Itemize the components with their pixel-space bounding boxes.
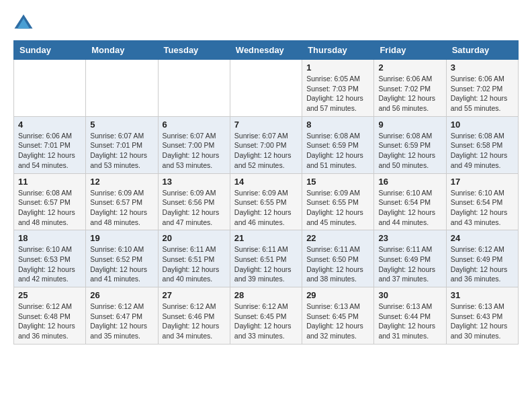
cell-info: Sunrise: 6:06 AM Sunset: 7:01 PM Dayligh… [18, 131, 81, 171]
calendar-week-row: 1Sunrise: 6:05 AM Sunset: 7:03 PM Daylig… [14, 60, 519, 117]
cell-info: Sunrise: 6:13 AM Sunset: 6:45 PM Dayligh… [306, 302, 369, 341]
calendar-cell: 28Sunrise: 6:12 AM Sunset: 6:45 PM Dayli… [230, 287, 302, 345]
cell-info: Sunrise: 6:12 AM Sunset: 6:47 PM Dayligh… [90, 302, 153, 341]
cell-info: Sunrise: 6:11 AM Sunset: 6:49 PM Dayligh… [378, 244, 441, 284]
day-number: 22 [306, 233, 369, 243]
day-number: 1 [306, 62, 369, 73]
cell-info: Sunrise: 6:10 AM Sunset: 6:54 PM Dayligh… [451, 188, 514, 228]
calendar-cell: 31Sunrise: 6:13 AM Sunset: 6:43 PM Dayli… [446, 287, 518, 345]
weekday-header-wednesday: Wednesday [230, 41, 302, 60]
cell-info: Sunrise: 6:07 AM Sunset: 7:00 PM Dayligh… [163, 131, 226, 171]
day-number: 11 [18, 177, 81, 187]
calendar-cell: 20Sunrise: 6:11 AM Sunset: 6:51 PM Dayli… [158, 230, 230, 287]
cell-info: Sunrise: 6:12 AM Sunset: 6:46 PM Dayligh… [163, 302, 226, 341]
calendar-cell: 27Sunrise: 6:12 AM Sunset: 6:46 PM Dayli… [158, 287, 230, 345]
calendar-cell: 26Sunrise: 6:12 AM Sunset: 6:47 PM Dayli… [86, 287, 158, 345]
calendar-cell: 29Sunrise: 6:13 AM Sunset: 6:45 PM Dayli… [302, 287, 374, 345]
cell-info: Sunrise: 6:09 AM Sunset: 6:55 PM Dayligh… [234, 188, 298, 228]
calendar-cell: 8Sunrise: 6:08 AM Sunset: 6:59 PM Daylig… [302, 116, 374, 173]
day-number: 20 [163, 233, 226, 243]
day-number: 13 [163, 177, 226, 187]
day-number: 10 [451, 120, 514, 130]
day-number: 5 [90, 120, 153, 130]
calendar-cell: 19Sunrise: 6:10 AM Sunset: 6:52 PM Dayli… [86, 230, 158, 287]
calendar-week-row: 4Sunrise: 6:06 AM Sunset: 7:01 PM Daylig… [14, 116, 519, 173]
weekday-header-friday: Friday [374, 41, 446, 60]
cell-info: Sunrise: 6:06 AM Sunset: 7:02 PM Dayligh… [378, 74, 441, 113]
day-number: 19 [90, 233, 153, 243]
cell-info: Sunrise: 6:08 AM Sunset: 6:59 PM Dayligh… [378, 131, 441, 171]
calendar-cell: 2Sunrise: 6:06 AM Sunset: 7:02 PM Daylig… [374, 60, 446, 117]
cell-info: Sunrise: 6:10 AM Sunset: 6:53 PM Dayligh… [18, 244, 81, 284]
day-number: 21 [234, 233, 298, 243]
cell-info: Sunrise: 6:09 AM Sunset: 6:56 PM Dayligh… [163, 188, 226, 228]
cell-info: Sunrise: 6:10 AM Sunset: 6:52 PM Dayligh… [90, 244, 153, 284]
cell-info: Sunrise: 6:08 AM Sunset: 6:57 PM Dayligh… [18, 188, 81, 228]
calendar-cell: 13Sunrise: 6:09 AM Sunset: 6:56 PM Dayli… [158, 173, 230, 230]
cell-info: Sunrise: 6:09 AM Sunset: 6:55 PM Dayligh… [306, 188, 369, 228]
day-number: 30 [378, 290, 441, 300]
day-number: 12 [90, 177, 153, 187]
weekday-header-saturday: Saturday [446, 41, 518, 60]
calendar-cell: 18Sunrise: 6:10 AM Sunset: 6:53 PM Dayli… [14, 230, 86, 287]
cell-info: Sunrise: 6:11 AM Sunset: 6:51 PM Dayligh… [163, 244, 226, 284]
calendar-cell: 30Sunrise: 6:13 AM Sunset: 6:44 PM Dayli… [374, 287, 446, 345]
calendar-cell: 17Sunrise: 6:10 AM Sunset: 6:54 PM Dayli… [446, 173, 518, 230]
calendar-week-row: 25Sunrise: 6:12 AM Sunset: 6:48 PM Dayli… [14, 287, 519, 345]
calendar-cell: 15Sunrise: 6:09 AM Sunset: 6:55 PM Dayli… [302, 173, 374, 230]
calendar-cell: 16Sunrise: 6:10 AM Sunset: 6:54 PM Dayli… [374, 173, 446, 230]
day-number: 3 [451, 62, 514, 73]
day-number: 27 [163, 290, 226, 300]
weekday-header-tuesday: Tuesday [158, 41, 230, 60]
day-number: 28 [234, 290, 298, 300]
day-number: 2 [378, 62, 441, 73]
cell-info: Sunrise: 6:07 AM Sunset: 7:01 PM Dayligh… [90, 131, 153, 171]
calendar-cell [230, 60, 302, 117]
cell-info: Sunrise: 6:12 AM Sunset: 6:48 PM Dayligh… [18, 302, 81, 341]
calendar-week-row: 11Sunrise: 6:08 AM Sunset: 6:57 PM Dayli… [14, 173, 519, 230]
cell-info: Sunrise: 6:13 AM Sunset: 6:43 PM Dayligh… [451, 302, 514, 341]
calendar: SundayMondayTuesdayWednesdayThursdayFrid… [13, 40, 519, 345]
cell-info: Sunrise: 6:08 AM Sunset: 6:58 PM Dayligh… [451, 131, 514, 171]
cell-info: Sunrise: 6:11 AM Sunset: 6:51 PM Dayligh… [234, 244, 298, 284]
calendar-header-row: SundayMondayTuesdayWednesdayThursdayFrid… [14, 41, 519, 60]
calendar-cell: 3Sunrise: 6:06 AM Sunset: 7:02 PM Daylig… [446, 60, 518, 117]
logo [13, 13, 36, 34]
calendar-cell: 14Sunrise: 6:09 AM Sunset: 6:55 PM Dayli… [230, 173, 302, 230]
calendar-cell: 21Sunrise: 6:11 AM Sunset: 6:51 PM Dayli… [230, 230, 302, 287]
day-number: 9 [378, 120, 441, 130]
calendar-cell [14, 60, 86, 117]
calendar-cell [86, 60, 158, 117]
calendar-cell: 5Sunrise: 6:07 AM Sunset: 7:01 PM Daylig… [86, 116, 158, 173]
calendar-cell: 24Sunrise: 6:12 AM Sunset: 6:49 PM Dayli… [446, 230, 518, 287]
page-container: SundayMondayTuesdayWednesdayThursdayFrid… [13, 13, 519, 345]
cell-info: Sunrise: 6:10 AM Sunset: 6:54 PM Dayligh… [378, 188, 441, 228]
cell-info: Sunrise: 6:12 AM Sunset: 6:49 PM Dayligh… [451, 244, 514, 284]
header [13, 13, 519, 34]
cell-info: Sunrise: 6:05 AM Sunset: 7:03 PM Dayligh… [306, 74, 369, 113]
day-number: 31 [451, 290, 514, 300]
day-number: 23 [378, 233, 441, 243]
calendar-cell: 23Sunrise: 6:11 AM Sunset: 6:49 PM Dayli… [374, 230, 446, 287]
cell-info: Sunrise: 6:11 AM Sunset: 6:50 PM Dayligh… [306, 244, 369, 284]
calendar-cell: 22Sunrise: 6:11 AM Sunset: 6:50 PM Dayli… [302, 230, 374, 287]
cell-info: Sunrise: 6:12 AM Sunset: 6:45 PM Dayligh… [234, 302, 298, 341]
day-number: 17 [451, 177, 514, 187]
day-number: 7 [234, 120, 298, 130]
day-number: 24 [451, 233, 514, 243]
calendar-cell: 10Sunrise: 6:08 AM Sunset: 6:58 PM Dayli… [446, 116, 518, 173]
logo-icon [13, 13, 34, 34]
calendar-cell [158, 60, 230, 117]
day-number: 14 [234, 177, 298, 187]
calendar-cell: 4Sunrise: 6:06 AM Sunset: 7:01 PM Daylig… [14, 116, 86, 173]
day-number: 29 [306, 290, 369, 300]
calendar-cell: 7Sunrise: 6:07 AM Sunset: 7:00 PM Daylig… [230, 116, 302, 173]
day-number: 18 [18, 233, 81, 243]
cell-info: Sunrise: 6:09 AM Sunset: 6:57 PM Dayligh… [90, 188, 153, 228]
day-number: 8 [306, 120, 369, 130]
weekday-header-sunday: Sunday [14, 41, 86, 60]
cell-info: Sunrise: 6:06 AM Sunset: 7:02 PM Dayligh… [451, 74, 514, 113]
calendar-cell: 25Sunrise: 6:12 AM Sunset: 6:48 PM Dayli… [14, 287, 86, 345]
day-number: 4 [18, 120, 81, 130]
calendar-cell: 9Sunrise: 6:08 AM Sunset: 6:59 PM Daylig… [374, 116, 446, 173]
